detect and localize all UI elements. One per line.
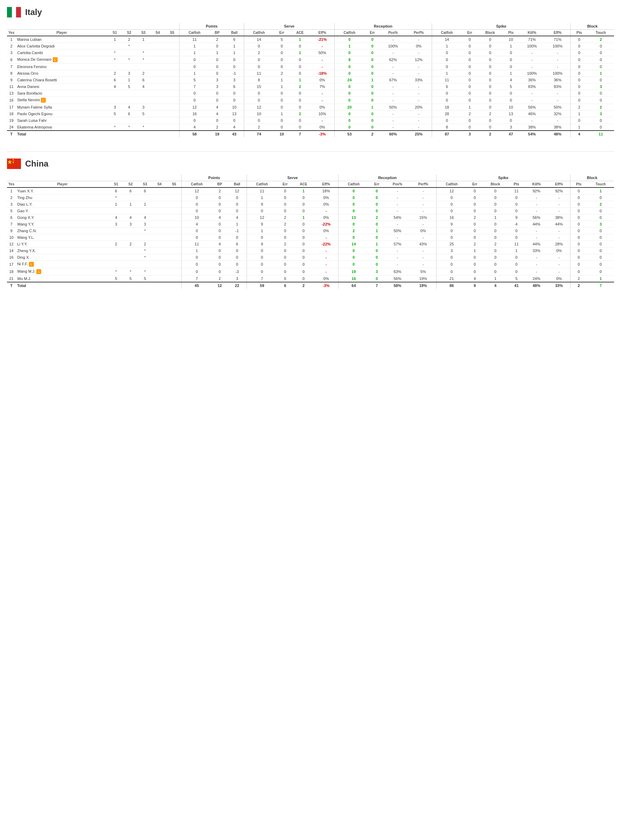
ball-cell: 0 [225,63,244,70]
kill-cell: - [520,56,545,63]
ball-cell: 1 [225,43,244,50]
ace-cell: 0 [289,70,310,77]
yes-header [7,23,16,30]
s1-cell [108,97,122,104]
pos-cell: 57% [385,241,410,248]
table-row: 12Li Y.Y.2221146920-22%14157%43%25221144… [7,241,614,248]
sp-err-cell: 0 [462,70,477,77]
yes-cell: 16 [7,254,16,261]
rec-catfish-cell: 1 [335,43,365,50]
srv-err-cell: 1 [274,83,289,90]
ace-cell: 0 [289,124,310,131]
pts-cell: 5 [503,83,520,90]
bp-cell: 4 [212,215,228,221]
srv-err-cell: 0 [277,261,293,268]
pos-cell: - [385,234,410,241]
table-row: 17Ni F.F.L000000-00--0000--00 [7,261,614,268]
player-name-cell: Alessia Orro [16,70,108,77]
china-name: China [25,159,48,169]
touch-cell: 3 [588,83,614,90]
rec-err-cell: 0 [364,83,380,90]
yes-cell: 17 [7,261,16,268]
srv-err-cell: 0 [274,97,289,104]
catfish-cell: 0 [180,56,209,63]
rec-err-cell: 0 [369,195,385,201]
s2-cell: 4 [122,104,136,111]
sp-err-cell: 0 [462,63,477,70]
blk-pts-cell: 0 [570,187,587,195]
srv-catfish-cell: 1 [247,228,277,234]
china-catfish-sub: Catfish [182,181,212,188]
ball-cell: 6 [225,36,244,43]
yes-cell: 13 [7,90,16,97]
bp-cell: 0 [209,70,225,77]
s2-cell: 6 [123,187,138,195]
s4-cell [150,117,165,124]
block-sub: Block [478,30,503,36]
eff-cell: - [314,234,338,241]
player-name-cell: Eleonora Fersino [16,63,108,70]
kill-cell: - [520,117,545,124]
srv-catfish-sub: Catfish [244,30,274,36]
blk-pts-cell: 2 [571,104,588,111]
ball-cell: 1 [225,50,244,56]
rec-err-cell: 0 [364,50,380,56]
ball-cell: 0 [225,117,244,124]
sp-eff-sub: Eff% [545,30,571,36]
touch-cell: 0 [587,261,614,268]
sp-eff-cell: 92% [548,187,570,195]
srv-catfish-cell: 10 [244,111,274,117]
bp-cell: 0 [209,63,225,70]
s1-cell: 6 [108,77,122,83]
eff-cell: -18% [310,70,334,77]
table-row: 2Alice Carlotta Degradi*101000-10100%0%1… [7,43,614,50]
ball-cell: 0 [227,195,247,201]
rec-catfish-cell: 0 [338,221,369,228]
ace-cell: 1 [293,215,314,221]
blk-pts-cell: 0 [570,248,587,254]
china-rec-catfish-sub: Catfish [338,181,369,188]
s2-cell [122,63,136,70]
player-name-cell: Alice Carlotta Degradi [16,43,108,50]
srv-catfish-cell: 0 [244,90,274,97]
eff-cell: 0% [314,201,338,208]
rec-catfish-cell: 0 [338,201,369,208]
s3-cell: 2 [138,241,152,248]
table-row: 9Caterina Chiara Bosetti6165338110%24167… [7,77,614,83]
sp-catfish-cell: 0 [432,97,462,104]
rec-catfish-cell: 16 [338,275,369,283]
sp-err-cell: 0 [467,221,483,228]
china-pos-sub: Pos% [385,181,410,188]
touch-cell: 0 [587,268,614,275]
block-cell: 1 [483,275,508,283]
total-yes-cell: T [7,282,16,289]
yes-cell: 5 [7,208,16,215]
italy-section: Italy Points Serve Reception Spike Block… [7,7,614,137]
s4-cell [152,261,167,268]
bp-cell: 0 [209,117,225,124]
block-cell: 0 [483,268,508,275]
player-name-cell: Diao L.Y. [16,201,109,208]
china-flag [7,159,21,169]
eff-cell: 0% [310,124,334,131]
bp-cell: 0 [212,201,228,208]
touch-cell: 1 [588,70,614,77]
catfish-sub: Catfish [180,30,209,36]
china-bp-sub: BP [212,181,228,188]
s4-cell [152,215,167,221]
s1-cell: 3 [108,104,122,111]
ace-cell: 0 [293,268,314,275]
s2-cell: 1 [123,201,138,208]
blk-pts-cell: 0 [571,43,588,50]
srv-catfish-cell: 0 [247,268,277,275]
sp-err-cell: 0 [467,228,483,234]
pos-cell: - [385,208,410,215]
srv-catfish-cell: 2 [244,124,274,131]
ace-cell: 0 [293,228,314,234]
sp-err-cell: 0 [462,97,477,104]
s1-cell: * [108,50,122,56]
rec-catfish-cell: 0 [338,261,369,268]
yes-cell: 12 [7,241,16,248]
table-row: 11Anna Danesi45473615127%00--600583%83%0… [7,83,614,90]
s1-cell: 5 [108,111,122,117]
